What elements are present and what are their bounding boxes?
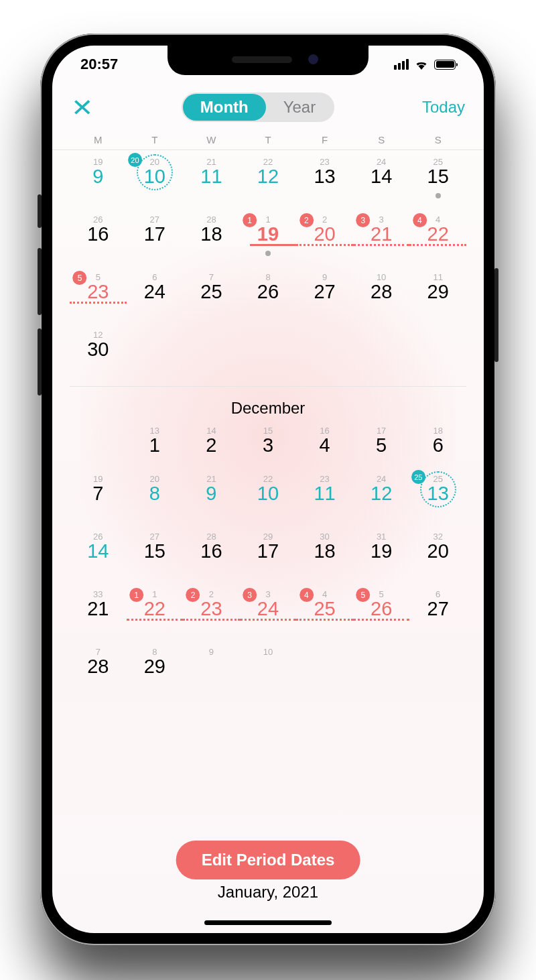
calendar-day[interactable]: 829: [127, 644, 184, 688]
calendar-day[interactable]: [353, 327, 410, 381]
calendar-day[interactable]: 164: [296, 423, 353, 467]
calendar-day[interactable]: 2311: [296, 471, 353, 525]
calendar-day[interactable]: 3018: [296, 529, 353, 583]
calendar-day[interactable]: [127, 327, 184, 381]
day-number: 14: [353, 166, 410, 188]
day-number: 5: [353, 434, 410, 456]
calendar-day[interactable]: 4425: [296, 587, 353, 640]
calendar-day[interactable]: 2111: [183, 154, 240, 208]
day-number: 21: [70, 598, 127, 620]
calendar-day[interactable]: 9: [183, 644, 240, 688]
edit-period-button[interactable]: Edit Period Dates: [176, 841, 360, 879]
calendar-day[interactable]: 826: [240, 269, 297, 323]
calendar-day[interactable]: 2313: [296, 154, 353, 208]
calendar-day[interactable]: 142: [183, 423, 240, 467]
calendar-day[interactable]: [240, 327, 297, 381]
period-badge: 2: [299, 213, 314, 227]
calendar-day[interactable]: 2816: [183, 529, 240, 583]
calendar-day[interactable]: 2223: [183, 587, 240, 640]
calendar-day[interactable]: 3321: [353, 212, 410, 265]
period-badge: 4: [299, 588, 314, 602]
calendar-day[interactable]: 2515: [409, 154, 466, 208]
calendar-day[interactable]: 1122: [127, 587, 184, 640]
calendar-day[interactable]: 2616: [70, 212, 127, 265]
period-badge: 2: [186, 588, 200, 602]
calendar-day[interactable]: 3324: [240, 587, 297, 640]
calendar-day[interactable]: 208: [127, 471, 184, 525]
calendar-day[interactable]: 1119: [240, 212, 297, 265]
calendar-day[interactable]: [296, 327, 353, 381]
phone-frame: 20:57 ✕ Month Year Today M T W T F S S: [40, 34, 496, 945]
calendar-day[interactable]: [353, 644, 410, 688]
calendar-day[interactable]: 1129: [409, 269, 466, 323]
weekday-label: S: [353, 134, 410, 145]
calendar-day[interactable]: 2412: [353, 471, 410, 525]
day-number: 10: [127, 166, 184, 188]
calendar-day[interactable]: 153: [240, 423, 297, 467]
weekday-label: F: [296, 134, 353, 145]
calendar-day[interactable]: 2917: [240, 529, 297, 583]
calendar-day[interactable]: 10: [240, 644, 297, 688]
calendar-day[interactable]: 627: [409, 587, 466, 640]
calendar-day[interactable]: 725: [183, 269, 240, 323]
day-number: 27: [296, 281, 353, 303]
calendar-day[interactable]: 2220: [296, 212, 353, 265]
status-icons: [394, 59, 456, 70]
calendar-day[interactable]: 1028: [353, 269, 410, 323]
calendar-day[interactable]: 2414: [353, 154, 410, 208]
calendar-day[interactable]: 2210: [240, 471, 297, 525]
calendar-day[interactable]: 2715: [127, 529, 184, 583]
calendar-day[interactable]: 202010: [127, 154, 184, 208]
day-number: 12: [353, 483, 410, 505]
calendar-day[interactable]: 2614: [70, 529, 127, 583]
calendar-day[interactable]: 3220: [409, 529, 466, 583]
calendar-day[interactable]: [409, 327, 466, 381]
calendar-day[interactable]: [296, 644, 353, 688]
calendar-day[interactable]: 2818: [183, 212, 240, 265]
calendar-day[interactable]: 199: [70, 154, 127, 208]
day-number: 28: [70, 656, 127, 678]
day-number: 30: [70, 339, 127, 361]
status-time: 20:57: [80, 56, 118, 73]
calendar-day[interactable]: 186: [409, 423, 466, 467]
calendar-day[interactable]: 4422: [409, 212, 466, 265]
calendar-day[interactable]: 252513: [409, 471, 466, 525]
calendar-day[interactable]: [183, 327, 240, 381]
month-header: December: [70, 386, 466, 419]
calendar-day[interactable]: 2717: [127, 212, 184, 265]
day-number: 27: [409, 598, 466, 620]
event-dot-icon: [436, 193, 441, 198]
close-icon[interactable]: ✕: [71, 95, 94, 119]
calendar-day[interactable]: 5526: [353, 587, 410, 640]
day-number: 7: [70, 483, 127, 505]
home-indicator[interactable]: [204, 920, 332, 925]
today-button[interactable]: Today: [422, 98, 465, 117]
calendar-day[interactable]: [70, 423, 127, 467]
calendar-day[interactable]: 5523: [70, 269, 127, 323]
day-number: 15: [409, 166, 466, 188]
volume-button: [38, 194, 42, 228]
month-tab[interactable]: Month: [183, 94, 266, 121]
period-badge: 3: [356, 213, 370, 227]
day-number: 14: [70, 540, 127, 562]
calendar-day[interactable]: 728: [70, 644, 127, 688]
event-dot-icon: [265, 251, 271, 256]
calendar-day[interactable]: 131: [127, 423, 184, 467]
calendar-day[interactable]: 624: [127, 269, 184, 323]
period-badge: 1: [129, 588, 143, 602]
weekday-label: W: [183, 134, 240, 145]
ovulation-badge: 25: [411, 470, 425, 484]
calendar-day[interactable]: 219: [183, 471, 240, 525]
calendar-day[interactable]: 3119: [353, 529, 410, 583]
calendar-day[interactable]: 3321: [70, 587, 127, 640]
calendar-day[interactable]: 175: [353, 423, 410, 467]
year-tab[interactable]: Year: [266, 94, 334, 121]
calendar-day[interactable]: 1230: [70, 327, 127, 381]
calendar-scroll[interactable]: 1992020102111221223132414251526162717281…: [52, 154, 484, 688]
power-button: [494, 268, 498, 362]
calendar-day[interactable]: 927: [296, 269, 353, 323]
view-segmented-control: Month Year: [182, 93, 334, 122]
calendar-day[interactable]: [409, 644, 466, 688]
calendar-day[interactable]: 2212: [240, 154, 297, 208]
calendar-day[interactable]: 197: [70, 471, 127, 525]
